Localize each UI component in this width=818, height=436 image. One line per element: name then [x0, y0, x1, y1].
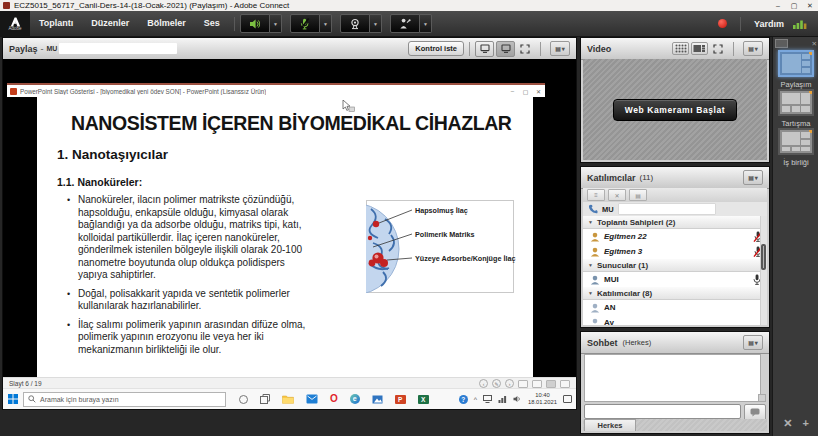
- microphone-button[interactable]: [290, 14, 320, 33]
- chat-pod-title: Sohbet: [587, 338, 618, 348]
- share-pod-title: Paylaş: [9, 44, 38, 54]
- mail-icon: [306, 394, 318, 404]
- adobe-logo: Adobe: [0, 11, 30, 36]
- slideshow-stage: NANOSİSTEM İÇEREN BİYOMEDİKAL CİHAZLAR 1…: [7, 97, 545, 377]
- attendees-pod-title: Katılımcılar: [587, 173, 636, 183]
- chat-pod-menu[interactable]: ▤▾: [743, 335, 763, 350]
- layout-item-isbirligi[interactable]: İş birliği: [773, 128, 818, 167]
- share-view-toggle-2[interactable]: [496, 41, 515, 57]
- webcam-dropdown[interactable]: ▼: [370, 14, 382, 33]
- add-layout-icon[interactable]: +: [802, 417, 808, 430]
- attendee-status-view-button[interactable]: ▤: [629, 189, 647, 201]
- redacted-name-box: [59, 43, 177, 54]
- minimize-button[interactable]: –: [770, 0, 786, 11]
- powerpoint-title: PowerPoint Slayt Gösterisi - [biyomedika…: [20, 88, 266, 95]
- collapse-triangle-icon: ▼: [588, 262, 593, 268]
- section-participants[interactable]: ▼ Katılımcılar (8): [583, 287, 767, 300]
- chat-scope: (Herkes): [623, 338, 652, 347]
- section-label: Toplantı Sahipleri (2): [597, 218, 676, 227]
- prev-slide-icon: ‹: [479, 379, 488, 388]
- speaker-button[interactable]: [240, 14, 270, 33]
- webcam-button[interactable]: [340, 14, 370, 33]
- layout-item-tartisma[interactable]: Tartışma: [773, 89, 818, 128]
- clock-time: 10:40: [528, 392, 557, 399]
- nanosphere-diagram: Hapsolmuş İlaç Polimerik Matriks Yüzeye …: [333, 197, 519, 297]
- share-pod-menu[interactable]: ▤▾: [550, 41, 570, 56]
- attendee-row-participant[interactable]: Ay: [583, 315, 767, 325]
- section-label: Katılımcılar (8): [597, 289, 652, 298]
- layouts-sidebar: ✕ Paylaşım Tartışma: [772, 37, 818, 436]
- video-filmstrip-view-button[interactable]: [691, 42, 708, 55]
- chat-input[interactable]: [584, 404, 741, 419]
- share-view-toggle-1[interactable]: [475, 41, 494, 57]
- connection-signal-icon[interactable]: [792, 17, 808, 30]
- slide-bullet-list: Nanoküreler, ilacın polimer matrikste çö…: [67, 194, 310, 362]
- edge-icon: e: [350, 394, 360, 404]
- attendee-name: Egitmen 3: [604, 247, 642, 256]
- help-menu[interactable]: Yardım: [754, 19, 784, 29]
- close-layout-icon[interactable]: ✕: [783, 417, 792, 430]
- attendee-list-view-button[interactable]: ≡: [587, 189, 605, 201]
- attendee-row-host[interactable]: Egitmen 22: [583, 229, 767, 244]
- menu-duzenler[interactable]: Düzenler: [82, 11, 138, 36]
- close-button[interactable]: ✕: [802, 0, 818, 11]
- active-speakers-bar: MU: [583, 202, 767, 217]
- attendee-name: Egitmen 22: [604, 232, 647, 241]
- raise-hand-icon: [399, 18, 411, 30]
- video-pod-menu[interactable]: ▤▾: [743, 41, 763, 56]
- menu-toplanti[interactable]: Toplantı: [30, 11, 82, 36]
- search-icon: [28, 395, 36, 403]
- diagram-label-entrapped-drug: Hapsolmuş İlaç: [415, 206, 468, 215]
- attendees-pod-menu[interactable]: ▤▾: [743, 170, 763, 185]
- comments-icon: [560, 380, 570, 388]
- layouts-panel-close-icon[interactable]: ✕: [812, 40, 817, 48]
- maximize-button[interactable]: ▢: [786, 0, 802, 11]
- layout-item-paylasim[interactable]: Paylaşım: [773, 50, 818, 89]
- mouse-cursor: [342, 100, 356, 114]
- ppt-maximize-icon: ▢: [519, 88, 532, 95]
- network-tray-icon: [498, 395, 507, 403]
- notification-center-icon: [563, 395, 572, 403]
- attendee-row-presenter[interactable]: MUI: [583, 272, 767, 287]
- attendee-name: AN: [604, 303, 616, 312]
- ppt-close-icon: ✕: [532, 88, 545, 95]
- photos-icon: [372, 395, 383, 404]
- layout-thumbnail-sharing[interactable]: [778, 50, 814, 77]
- slide-sub-heading: 1.1. Nanoküreler:: [57, 176, 142, 188]
- video-pod: Video ▤▾ Web Kameramı Başlat: [580, 37, 770, 163]
- layout-label: Paylaşım: [773, 80, 818, 89]
- layout-thumbnail-collaboration[interactable]: [778, 128, 814, 155]
- menu-bolmeler[interactable]: Bölmeler: [138, 11, 195, 36]
- status-dropdown[interactable]: ▼: [420, 14, 432, 33]
- speaker-icon: [249, 18, 260, 30]
- attendee-row-host[interactable]: Egitmen 3: [583, 244, 767, 259]
- video-grid-view-button[interactable]: [672, 42, 689, 55]
- microphone-dropdown[interactable]: ▼: [320, 14, 332, 33]
- status-button[interactable]: [390, 14, 420, 33]
- chat-tab-everyone[interactable]: Herkes: [584, 419, 636, 431]
- search-placeholder: Aramak için buraya yazın: [40, 396, 119, 403]
- request-control-button[interactable]: Kontrol iste: [408, 41, 464, 56]
- menu-ses[interactable]: Ses: [195, 11, 229, 36]
- layouts-panel-icon: [775, 39, 788, 48]
- video-pod-title: Video: [587, 44, 611, 54]
- attendee-breakout-view-button[interactable]: ✕: [608, 189, 626, 201]
- section-hosts[interactable]: ▼ Toplantı Sahipleri (2): [583, 216, 767, 229]
- layout-thumbnail-discussion[interactable]: [778, 89, 814, 116]
- attendees-count: (11): [640, 173, 654, 182]
- ppt-minimize-icon: –: [506, 88, 519, 95]
- microphone-muted-icon: [299, 18, 310, 30]
- attendee-row-participant[interactable]: AN: [583, 300, 767, 315]
- video-fullscreen-icon[interactable]: [713, 44, 723, 54]
- video-pod-content: Web Kameramı Başlat: [583, 59, 767, 160]
- attendees-scrollbar[interactable]: [760, 216, 767, 325]
- share-pod-header: Paylaş - MU Kontrol iste ▤▾: [3, 38, 576, 60]
- start-webcam-button[interactable]: Web Kameramı Başlat: [613, 99, 738, 121]
- window-titlebar: ECZ5015_56717_Canli-Ders-14-(18-Ocak-202…: [0, 0, 818, 11]
- speaker-dropdown[interactable]: ▼: [270, 14, 282, 33]
- fullscreen-icon[interactable]: [520, 44, 530, 54]
- chat-scrollbar[interactable]: [758, 394, 766, 402]
- powerpoint-titlebar: PowerPoint Slayt Gösterisi - [biyomedika…: [7, 83, 545, 97]
- section-presenters[interactable]: ▼ Sunucular (1): [583, 259, 767, 272]
- file-explorer-icon: [282, 394, 294, 404]
